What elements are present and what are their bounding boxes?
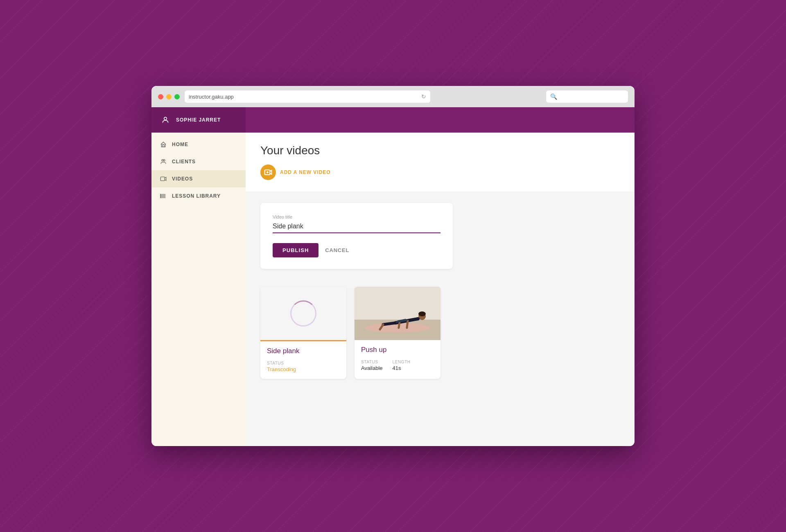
sidebar-item-lesson-library-label: LESSON LIBRARY [172, 193, 221, 199]
svg-point-20 [418, 311, 426, 316]
sidebar-item-lesson-library[interactable]: LESSON LIBRARY [151, 187, 246, 205]
status-group: STATUS Transcoding [267, 361, 296, 372]
side-plank-card-body: Side plank STATUS Transcoding [260, 341, 346, 379]
sidebar-nav: HOME CLIENTS [151, 133, 246, 208]
clients-icon [160, 158, 167, 165]
sidebar-item-clients[interactable]: CLIENTS [151, 153, 246, 170]
push-up-thumbnail [355, 287, 440, 340]
cancel-button[interactable]: CANCEL [325, 247, 349, 253]
svg-point-2 [163, 160, 165, 161]
form-card: Video title PUBLISH CANCEL [260, 203, 453, 269]
push-up-card-body: Push up STATUS Available LENGTH 41s [355, 340, 440, 378]
svg-rect-3 [160, 177, 165, 180]
sidebar-item-home[interactable]: HOME [151, 136, 246, 153]
push-up-length-label: LENGTH [393, 360, 411, 364]
svg-point-0 [164, 117, 167, 120]
sidebar: SOPHIE JARRET HOME [151, 107, 246, 446]
svg-point-18 [365, 323, 430, 333]
svg-point-10 [160, 196, 161, 197]
sidebar-item-clients-label: CLIENTS [172, 159, 196, 165]
close-button[interactable] [158, 94, 163, 99]
svg-line-24 [383, 323, 395, 325]
svg-line-22 [407, 321, 408, 328]
status-label: STATUS [267, 361, 296, 365]
videos-icon [160, 175, 167, 183]
form-section: Video title PUBLISH CANCEL [246, 192, 635, 280]
page-title: Your videos [260, 144, 620, 157]
traffic-lights [158, 94, 180, 99]
browser-chrome: instructor.gaku.app ↻ 🔍 [151, 86, 635, 107]
video-card-push-up[interactable]: Push up STATUS Available LENGTH 41s [355, 287, 440, 379]
svg-rect-16 [355, 287, 440, 320]
push-up-status-group: STATUS Available [361, 360, 383, 371]
sidebar-header: SOPHIE JARRET [151, 107, 246, 133]
main-header [246, 107, 635, 133]
add-video-button[interactable]: ADD A NEW VIDEO [260, 165, 620, 180]
push-up-title: Push up [361, 346, 434, 354]
video-card-side-plank[interactable]: Side plank STATUS Transcoding [260, 287, 346, 379]
video-grid: Side plank STATUS Transcoding [260, 287, 620, 379]
browser-window: instructor.gaku.app ↻ 🔍 SOPHIE JARRET [151, 86, 635, 446]
video-title-label: Video title [273, 214, 440, 219]
home-icon [160, 141, 167, 148]
svg-point-9 [160, 195, 161, 196]
minimize-button[interactable] [166, 94, 172, 99]
push-up-length-group: LENGTH 41s [393, 360, 411, 371]
browser-search[interactable]: 🔍 [546, 90, 628, 103]
svg-line-23 [399, 322, 400, 328]
side-plank-thumbnail [260, 287, 346, 340]
push-up-length-value: 41s [393, 365, 411, 371]
push-up-status-label: STATUS [361, 360, 383, 364]
sidebar-item-videos[interactable]: VIDEOS [151, 170, 246, 187]
url-bar[interactable]: instructor.gaku.app ↻ [185, 90, 430, 103]
app-layout: SOPHIE JARRET HOME [151, 107, 635, 446]
videos-header: Your videos ADD A NEW VIDEO [246, 133, 635, 192]
publish-button[interactable]: PUBLISH [273, 243, 318, 257]
search-icon: 🔍 [550, 93, 557, 100]
loading-circle [290, 300, 316, 327]
side-plank-meta: STATUS Transcoding [267, 361, 340, 372]
video-grid-section: Side plank STATUS Transcoding [246, 280, 635, 394]
sidebar-item-home-label: HOME [172, 142, 188, 147]
add-video-label: ADD A NEW VIDEO [280, 169, 331, 175]
form-actions: PUBLISH CANCEL [273, 243, 440, 257]
content-area: Your videos ADD A NEW VIDEO [246, 133, 635, 446]
reload-icon[interactable]: ↻ [421, 93, 426, 100]
sidebar-username: SOPHIE JARRET [176, 117, 221, 123]
main-content: Your videos ADD A NEW VIDEO [246, 107, 635, 446]
svg-point-11 [160, 197, 161, 198]
list-icon [160, 192, 167, 200]
push-up-meta: STATUS Available LENGTH 41s [361, 360, 434, 371]
status-value: Transcoding [267, 366, 296, 372]
url-text: instructor.gaku.app [189, 94, 418, 100]
user-icon [160, 114, 171, 126]
add-video-icon [260, 165, 276, 180]
maximize-button[interactable] [174, 94, 180, 99]
push-up-status-value: Available [361, 365, 383, 371]
sidebar-item-videos-label: VIDEOS [172, 176, 193, 182]
side-plank-title: Side plank [267, 347, 340, 355]
svg-point-8 [160, 194, 161, 194]
video-title-input[interactable] [273, 221, 440, 233]
